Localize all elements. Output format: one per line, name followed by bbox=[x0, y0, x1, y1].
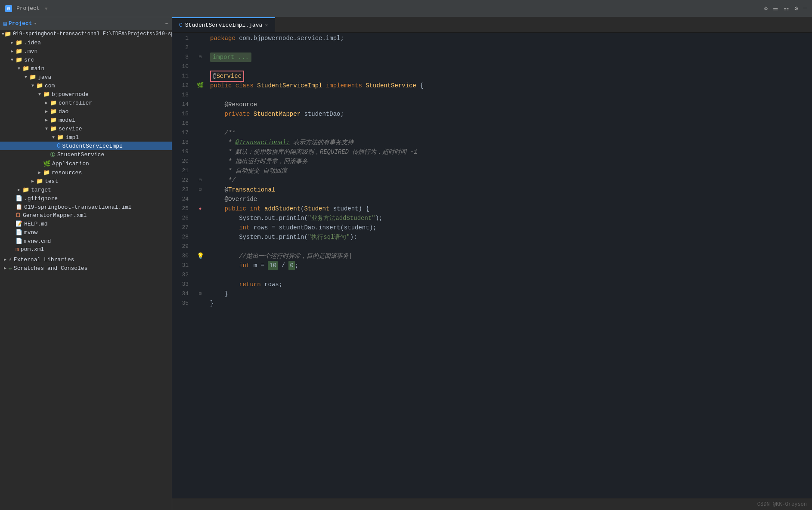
sidebar-item-test[interactable]: ▶ 📁 test bbox=[0, 177, 172, 185]
import-collapsed[interactable]: import ... bbox=[210, 53, 251, 62]
com-arrow: ▼ bbox=[29, 83, 36, 88]
close-method: } bbox=[210, 289, 228, 299]
class-open-brace: { bbox=[420, 81, 423, 90]
sidebar-item-dao[interactable]: ▶ 📁 dao bbox=[0, 107, 172, 116]
sidebar-item-iml[interactable]: 📋 019-springboot-transactional.iml bbox=[0, 203, 172, 211]
gutter: ⊟ 🌿 ⊟ ⊟ ● 💡 bbox=[194, 33, 207, 498]
gutter-1 bbox=[194, 34, 207, 43]
resources-label: resources bbox=[52, 170, 82, 176]
sidebar-item-target[interactable]: ▶ 📁 target bbox=[0, 185, 172, 194]
settings-icon[interactable]: ⚙ bbox=[764, 5, 768, 12]
transactional-name: Transactional bbox=[228, 185, 275, 195]
gutter-16 bbox=[194, 119, 207, 128]
str-26: "业务方法addStudent" bbox=[308, 213, 375, 223]
gutter-25: ● bbox=[194, 204, 207, 213]
root-folder-icon: 📁 bbox=[4, 31, 11, 37]
comment-19: * 默认：使用数据库的隔离级别，REQUIRED 传播行为，超时时间 -1 bbox=[210, 147, 418, 157]
num-10: 10 bbox=[268, 261, 278, 270]
service-annotation-box: @Service bbox=[210, 71, 244, 82]
kw-public-25: public bbox=[210, 204, 250, 213]
sidebar-item-main[interactable]: ▼ 📁 main bbox=[0, 64, 172, 73]
gitignore-label: .gitignore bbox=[24, 195, 58, 202]
close-class: } bbox=[210, 299, 214, 308]
tab-student-service-impl[interactable]: C StudentServiceImpl.java ✕ bbox=[172, 17, 275, 32]
fold-icon-34[interactable]: ⊟ bbox=[199, 289, 201, 299]
sidebar-item-student-service[interactable]: ① StudentService bbox=[0, 150, 172, 159]
sidebar-item-pomxml[interactable]: m pom.xml bbox=[0, 245, 172, 253]
transactional-at: @ bbox=[210, 185, 228, 195]
fold-icon-3[interactable]: ⊟ bbox=[199, 53, 201, 62]
tab-close-icon[interactable]: ✕ bbox=[265, 22, 268, 28]
tree-root[interactable]: ▼ 📁 019-springboot-transactional E:\IDEA… bbox=[0, 30, 172, 38]
code-line-30: //抛出一个运行时异常，目的是回滚事务| bbox=[210, 251, 803, 261]
sidebar-item-helpmd[interactable]: 📝 HELP.md bbox=[0, 219, 172, 228]
controller-icon: 📁 bbox=[50, 99, 57, 106]
sidebar-item-controller[interactable]: ▶ 📁 controller bbox=[0, 99, 172, 107]
code-line-20: * 抛出运行时异常，回滚事务 bbox=[210, 157, 803, 166]
resources-icon: 📁 bbox=[43, 169, 50, 176]
sidebar-item-src[interactable]: ▼ 📁 src bbox=[0, 56, 172, 64]
minimize-icon[interactable]: ─ bbox=[803, 5, 807, 12]
code-line-19: * 默认：使用数据库的隔离级别，REQUIRED 传播行为，超时时间 -1 bbox=[210, 147, 803, 157]
project-actions-icon[interactable]: ⋯ bbox=[165, 20, 168, 27]
extlibs-label: External Libraries bbox=[14, 257, 74, 263]
gutter-27 bbox=[194, 223, 207, 232]
code-line-28: System.out.println("执行sql语句"); bbox=[210, 232, 803, 242]
bjpowernode-arrow: ▼ bbox=[36, 92, 43, 97]
sidebar-item-impl[interactable]: ▼ 📁 impl bbox=[0, 133, 172, 142]
sidebar-item-generatormapper[interactable]: 🗒 GeneratorMapper.xml bbox=[0, 211, 172, 219]
code-content[interactable]: package com.bjpowernode.service.impl; im… bbox=[207, 33, 812, 498]
sidebar-item-model[interactable]: ▶ 📁 model bbox=[0, 116, 172, 124]
sidebar-item-bjpowernode[interactable]: ▼ 📁 bjpowernode bbox=[0, 90, 172, 99]
sidebar-item-resources[interactable]: ▶ 📁 resources bbox=[0, 168, 172, 177]
code-line-21: * 自动提交 自动回滚 bbox=[210, 166, 803, 176]
system-out-26: System.out.println( bbox=[210, 213, 308, 223]
gutter-13 bbox=[194, 90, 207, 100]
fold-icon-23[interactable]: ⊟ bbox=[199, 185, 201, 195]
sidebar-item-student-service-impl[interactable]: C StudentServiceImpl bbox=[0, 142, 172, 150]
code-line-18: * @Transactional: 表示方法的有事务支持 bbox=[210, 138, 803, 147]
rows-return: rows; bbox=[264, 280, 282, 289]
config-icon[interactable]: ⚏ bbox=[784, 5, 789, 12]
title-controls: ⚙ ⚌ ⚏ ⚙ ─ bbox=[764, 5, 807, 12]
gutter-17 bbox=[194, 128, 207, 138]
gutter-22: ⊟ bbox=[194, 176, 207, 185]
sidebar-item-java[interactable]: ▼ 📁 java bbox=[0, 73, 172, 81]
tab-bar: C StudentServiceImpl.java ✕ bbox=[172, 17, 812, 33]
comment-20: * 抛出运行时异常，回滚事务 bbox=[210, 157, 308, 166]
sidebar-project-header[interactable]: ▤ Project ▾ ⋯ bbox=[0, 17, 172, 30]
sidebar-item-idea[interactable]: ▶ 📁 .idea bbox=[0, 38, 172, 47]
sidebar-item-mvn[interactable]: ▶ 📁 .mvn bbox=[0, 47, 172, 56]
linenum-31: 31 bbox=[172, 261, 189, 270]
linenum-21: 21 bbox=[172, 166, 189, 176]
gear-icon[interactable]: ⚙ bbox=[794, 5, 798, 12]
gutter-26 bbox=[194, 213, 207, 223]
fold-icon-22[interactable]: ⊟ bbox=[199, 176, 201, 185]
code-line-31: int m = 10 / 0; bbox=[210, 261, 803, 270]
generatormapper-label: GeneratorMapper.xml bbox=[23, 212, 87, 219]
studentserviceimpl-label: StudentServiceImpl bbox=[62, 143, 122, 149]
comment-18b: @Transactional: bbox=[236, 138, 290, 147]
idea-arrow: ▶ bbox=[9, 40, 15, 45]
sidebar-item-application[interactable]: 🌿 Application bbox=[0, 159, 172, 168]
layout-icon[interactable]: ⚌ bbox=[773, 5, 778, 12]
linenum-14: 14 bbox=[172, 100, 189, 109]
linenum-10: 10 bbox=[172, 62, 189, 71]
code-editor[interactable]: 1 2 3 10 11 12 13 14 15 16 17 18 19 20 2… bbox=[172, 33, 812, 498]
sidebar-item-mvnwcmd[interactable]: 📄 mvnw.cmd bbox=[0, 237, 172, 245]
student-type: Student bbox=[304, 204, 333, 213]
str-28: "执行sql语句" bbox=[308, 232, 350, 242]
sidebar-item-external-libraries[interactable]: ▶ ⚡ External Libraries bbox=[0, 255, 172, 264]
code-line-1: package com.bjpowernode.service.impl; bbox=[210, 34, 803, 43]
sidebar-item-gitignore[interactable]: 📄 .gitignore bbox=[0, 194, 172, 203]
spring-bean-icon: 🌿 bbox=[197, 81, 204, 90]
tab-label: StudentServiceImpl.java bbox=[185, 22, 262, 28]
sidebar-item-service[interactable]: ▼ 📁 service bbox=[0, 124, 172, 133]
linenum-32: 32 bbox=[172, 270, 189, 280]
mvnwcmd-label: mvnw.cmd bbox=[24, 238, 51, 244]
sidebar-item-com[interactable]: ▼ 📁 com bbox=[0, 81, 172, 90]
sidebar-item-mvnw[interactable]: 📄 mvnw bbox=[0, 228, 172, 237]
bookmark-icon-25[interactable]: ● bbox=[199, 204, 202, 213]
sidebar-item-scratches-consoles[interactable]: ▶ ✏ Scratches and Consoles bbox=[0, 264, 172, 272]
scratches-label: Scratches and Consoles bbox=[14, 265, 88, 272]
